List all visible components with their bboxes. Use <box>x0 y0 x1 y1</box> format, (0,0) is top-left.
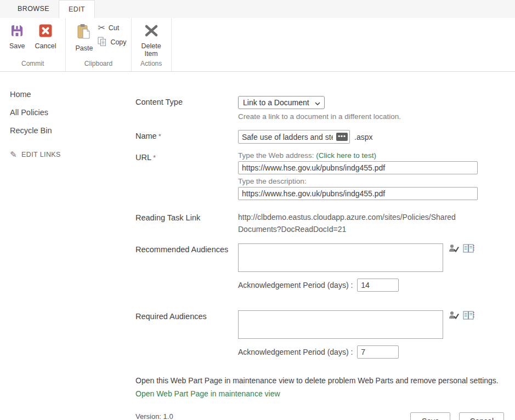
copy-icon <box>98 37 107 48</box>
sidebar: Home All Policies Recycle Bin ✎ EDIT LIN… <box>0 72 126 420</box>
reading-task-link-value: http://clbdemo.eastus.cloudapp.azure.com… <box>238 212 482 235</box>
ribbon-group-clipboard: Paste ✂ Cut Copy <box>66 18 131 71</box>
sidebar-item-home[interactable]: Home <box>10 90 126 99</box>
form-panel: Content Type Link to a Document Create a… <box>126 72 515 420</box>
required-audiences-input[interactable] <box>238 310 443 339</box>
ack-period-label: Acknowledgement Period (days) : <box>238 348 353 356</box>
recommended-audiences-input[interactable] <box>238 243 443 272</box>
paste-icon <box>76 24 92 42</box>
version-line: Version: 1.0 <box>135 411 410 420</box>
tab-browse[interactable]: BROWSE <box>8 0 59 18</box>
group-label-clipboard: Clipboard <box>66 60 131 71</box>
description-hint: Type the description: <box>238 177 504 185</box>
cut-icon: ✂ <box>98 24 105 32</box>
recommended-ack-period-input[interactable] <box>357 279 399 292</box>
ribbon-group-actions: Delete Item Actions <box>132 18 172 71</box>
cancel-ribbon-button[interactable]: Cancel <box>30 21 61 50</box>
reading-task-link-label: Reading Task Link <box>135 212 238 222</box>
delete-item-button[interactable]: Delete Item <box>136 21 167 58</box>
save-button[interactable]: Save <box>410 412 450 420</box>
cancel-icon <box>38 24 53 39</box>
required-audiences-label: Required Audiences <box>135 310 238 321</box>
address-book-icon[interactable] <box>463 244 474 253</box>
check-names-icon[interactable] <box>449 311 459 320</box>
web-address-input[interactable] <box>238 161 478 174</box>
recommended-audiences-label: Recommended Audiences <box>135 243 238 254</box>
click-here-to-test-link[interactable]: (Click here to test) <box>316 151 376 160</box>
content-type-description: Create a link to a document in a differe… <box>238 112 504 121</box>
content-type-label: Content Type <box>135 96 238 106</box>
ribbon: Save Cancel Commit <box>0 18 515 72</box>
required-asterisk: * <box>153 154 156 162</box>
group-label-actions: Actions <box>132 60 171 71</box>
pencil-icon: ✎ <box>10 150 17 160</box>
check-names-icon[interactable] <box>449 244 459 253</box>
delete-icon <box>143 24 160 39</box>
content-type-select[interactable]: Link to a Document <box>238 96 325 109</box>
ack-period-label: Acknowledgement Period (days) : <box>238 281 353 290</box>
address-book-icon[interactable] <box>463 311 474 320</box>
edit-links-button[interactable]: ✎ EDIT LINKS <box>10 150 126 160</box>
tab-edit[interactable]: EDIT <box>59 0 95 18</box>
ribbon-tab-strip: BROWSE EDIT <box>0 0 515 18</box>
required-asterisk: * <box>159 132 161 140</box>
group-label-commit: Commit <box>0 60 65 71</box>
required-ack-period-input[interactable] <box>357 345 399 359</box>
chevron-down-icon <box>315 98 320 107</box>
item-metadata: Version: 1.0 Created at 15/07/2021 15:15… <box>135 411 410 420</box>
cut-button[interactable]: ✂ Cut <box>98 24 126 32</box>
save-icon <box>10 24 24 39</box>
url-label: URL* <box>135 151 238 162</box>
name-input[interactable] <box>239 131 336 143</box>
maintenance-note: Open this Web Part Page in maintenance v… <box>135 375 504 399</box>
save-ribbon-button[interactable]: Save <box>4 21 30 50</box>
sidebar-item-recycle-bin[interactable]: Recycle Bin <box>10 126 126 135</box>
copy-button[interactable]: Copy <box>98 37 126 48</box>
name-label: Name* <box>135 130 238 140</box>
url-description-input[interactable] <box>238 187 478 200</box>
sidebar-item-all-policies[interactable]: All Policies <box>10 108 126 117</box>
cancel-button[interactable]: Cancel <box>459 412 504 420</box>
maintenance-view-link[interactable]: Open Web Part Page in maintenance view <box>135 388 504 399</box>
ribbon-group-commit: Save Cancel Commit <box>0 18 66 71</box>
ellipsis-icon[interactable]: ••• <box>336 133 348 141</box>
paste-button[interactable]: Paste <box>70 21 98 52</box>
web-address-hint: Type the Web address: (Click here to tes… <box>238 151 504 160</box>
aspx-extension: .aspx <box>354 133 372 141</box>
